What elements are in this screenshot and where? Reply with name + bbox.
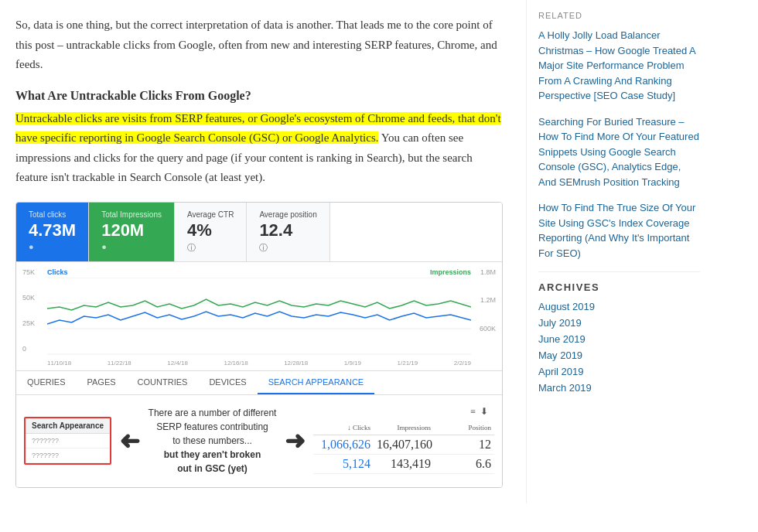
avg-position-box: Average position 12.4 ⓘ bbox=[247, 203, 329, 261]
annotation-line5: out in GSC (yet) bbox=[177, 462, 248, 476]
total-impressions-label: Total Impressions bbox=[101, 210, 162, 219]
arrow-left-icon: ➜ bbox=[285, 426, 306, 455]
total-clicks-box: Total clicks 4.73M ● bbox=[16, 203, 89, 261]
avg-ctr-info: ⓘ bbox=[187, 242, 234, 254]
avg-ctr-box: Average CTR 4% ⓘ bbox=[175, 203, 247, 261]
row2-impressions: 143,419 bbox=[377, 457, 431, 471]
total-impressions-box: Total Impressions 120M ● bbox=[89, 203, 175, 261]
tab-pages[interactable]: PAGES bbox=[77, 371, 127, 394]
y-right-1.8m: 1.8M bbox=[480, 268, 496, 276]
gsc-screenshot: Total clicks 4.73M ● Total Impressions 1… bbox=[15, 202, 503, 488]
table-left-row2: ??????? bbox=[26, 448, 110, 463]
filter-icons: ≡ ⬇ bbox=[313, 403, 494, 421]
chart-y-left: 75K 50K 25K 0 bbox=[22, 268, 35, 353]
filter-icon[interactable]: ≡ bbox=[470, 406, 476, 418]
y-left-50k: 50K bbox=[22, 294, 35, 302]
archive-july-2019[interactable]: July 2019 bbox=[538, 317, 700, 329]
gsc-chart-area: Clicks Impressions 75K 50K 25K 0 bbox=[16, 262, 502, 370]
y-right-1.2m: 1.2M bbox=[480, 296, 496, 304]
main-content: So, data is one thing, but the correct i… bbox=[0, 0, 526, 503]
gsc-metrics-row: Total clicks 4.73M ● Total Impressions 1… bbox=[16, 203, 502, 262]
chart-svg-container bbox=[47, 278, 471, 358]
chart-x-labels: 11/10/18 11/22/18 12/4/18 12/16/18 12/28… bbox=[24, 358, 494, 367]
sidebar: Related A Holly Jolly Load Balancer Chri… bbox=[526, 0, 712, 503]
table-left-row1: ??????? bbox=[26, 434, 110, 448]
total-clicks-value: 4.73M bbox=[29, 220, 76, 240]
avg-ctr-label: Average CTR bbox=[187, 210, 234, 219]
clicks-chart-label: Clicks bbox=[47, 268, 68, 276]
sidebar-divider bbox=[538, 271, 700, 272]
total-clicks-label: Total clicks bbox=[29, 210, 76, 219]
y-left-25k: 25K bbox=[22, 319, 35, 327]
x-label-1: 11/10/18 bbox=[47, 360, 71, 367]
row1-clicks: 1,066,626 bbox=[316, 438, 370, 452]
total-impressions-value: 120M bbox=[101, 220, 162, 240]
table-right-header: ↓ Clicks Impressions Position bbox=[313, 421, 494, 435]
sidebar-related-title: Related bbox=[538, 11, 700, 20]
annotation-line1: There are a number of different bbox=[149, 406, 277, 420]
sidebar-link-2[interactable]: Searching For Buried Treasure – How To F… bbox=[538, 114, 700, 190]
gsc-tabs: QUERIES PAGES COUNTRIES DEVICES SEARCH A… bbox=[16, 370, 502, 394]
total-impressions-info: ● bbox=[101, 242, 162, 251]
table-right-row1: 1,066,626 16,407,160 12 bbox=[313, 435, 494, 455]
x-label-5: 12/28/18 bbox=[284, 360, 308, 367]
row2-clicks: 5,124 bbox=[316, 457, 370, 471]
impressions-chart-label: Impressions bbox=[430, 268, 471, 276]
row1-position: 12 bbox=[437, 438, 491, 452]
row2-position: 6.6 bbox=[437, 457, 491, 471]
avg-position-label: Average position bbox=[259, 210, 316, 219]
tab-countries[interactable]: COUNTRIES bbox=[127, 371, 199, 394]
tab-search-appearance[interactable]: SEARCH APPEARANCE bbox=[258, 371, 374, 394]
chart-labels-top: Clicks Impressions bbox=[24, 268, 494, 276]
archive-august-2019[interactable]: August 2019 bbox=[538, 301, 700, 312]
avg-position-value: 12.4 bbox=[259, 220, 316, 240]
x-label-7: 1/21/19 bbox=[398, 360, 418, 367]
annotation-text: There are a number of different SERP fea… bbox=[148, 403, 277, 479]
sidebar-link-3[interactable]: How To Find The True Size Of Your Site U… bbox=[538, 200, 700, 261]
page-layout: So, data is one thing, but the correct i… bbox=[0, 0, 758, 503]
x-label-8: 2/2/19 bbox=[454, 360, 471, 367]
y-right-600k: 600K bbox=[480, 325, 496, 332]
avg-ctr-value: 4% bbox=[187, 220, 234, 240]
archive-june-2019[interactable]: June 2019 bbox=[538, 333, 700, 345]
arrow-right-icon: ➜ bbox=[119, 426, 140, 455]
chart-y-right: 1.8M 1.2M 600K bbox=[480, 268, 496, 353]
x-label-4: 12/16/18 bbox=[224, 360, 248, 367]
avg-position-info: ⓘ bbox=[259, 242, 316, 254]
archives-title: ARCHIVES bbox=[538, 281, 700, 293]
archive-march-2019[interactable]: March 2019 bbox=[538, 382, 700, 394]
gsc-table-right: ≡ ⬇ ↓ Clicks Impressions Position 1,066,… bbox=[313, 403, 494, 479]
y-left-0: 0 bbox=[22, 345, 35, 353]
total-clicks-info: ● bbox=[29, 242, 76, 251]
sidebar-link-1[interactable]: A Holly Jolly Load Balancer Christmas – … bbox=[538, 28, 700, 104]
archive-may-2019[interactable]: May 2019 bbox=[538, 350, 700, 361]
chart-svg bbox=[47, 278, 471, 355]
header-impressions: Impressions bbox=[377, 424, 431, 431]
table-right-row2: 5,124 143,419 6.6 bbox=[313, 455, 494, 474]
header-clicks: ↓ Clicks bbox=[316, 424, 370, 431]
gsc-table-left: Search Appearance ??????? ??????? bbox=[24, 417, 111, 465]
gsc-annotation-area: Search Appearance ??????? ??????? ➜ Ther… bbox=[16, 394, 502, 487]
annotation-line2: SERP features contributing bbox=[156, 420, 268, 434]
annotation-line3: to these numbers... bbox=[172, 434, 252, 448]
row1-impressions: 16,407,160 bbox=[377, 438, 431, 452]
section-heading: What Are Untrackable Clicks From Google? bbox=[15, 89, 503, 103]
x-label-3: 12/4/18 bbox=[167, 360, 188, 367]
table-left-header: Search Appearance bbox=[26, 418, 110, 434]
header-position: Position bbox=[437, 424, 491, 431]
download-icon[interactable]: ⬇ bbox=[480, 406, 488, 418]
x-label-6: 1/9/19 bbox=[344, 360, 361, 367]
x-label-2: 11/22/18 bbox=[108, 360, 131, 367]
tab-devices[interactable]: DEVICES bbox=[198, 371, 257, 394]
archive-april-2019[interactable]: April 2019 bbox=[538, 366, 700, 377]
annotation-line4: but they aren't broken bbox=[164, 448, 261, 462]
intro-paragraph: So, data is one thing, but the correct i… bbox=[15, 15, 503, 75]
y-left-75k: 75K bbox=[22, 268, 35, 276]
tab-queries[interactable]: QUERIES bbox=[16, 371, 77, 394]
highlighted-block: Untrackable clicks are visits from SERP … bbox=[15, 109, 503, 188]
